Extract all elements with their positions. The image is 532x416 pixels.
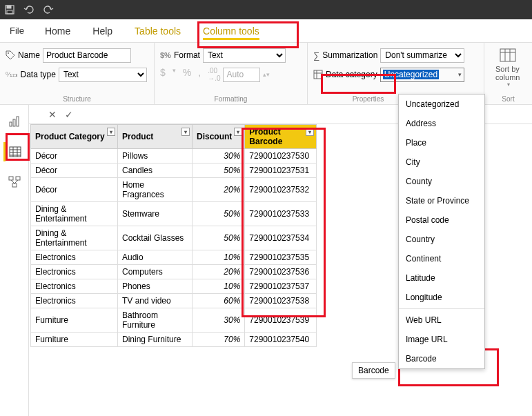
data-category-select[interactable]: Uncategorized ▾ <box>380 68 464 82</box>
filter-icon[interactable]: ▾ <box>107 128 115 136</box>
table-cell[interactable]: Stemware <box>118 202 193 226</box>
dropdown-item[interactable]: Longitude <box>399 288 484 307</box>
table-cell[interactable]: Bathroom Furniture <box>118 308 193 333</box>
table-row[interactable]: Dining & EntertainmentStemware50%7290010… <box>31 202 317 226</box>
table-row[interactable]: DécorHome Fragrances20%7290010237532 <box>31 178 317 202</box>
table-cell[interactable]: 7290010237534 <box>245 226 317 250</box>
table-cell[interactable]: 7290010237532 <box>245 178 317 202</box>
table-row[interactable]: ElectronicsTV and video60%7290010237538 <box>31 294 317 308</box>
table-cell[interactable]: 7290010237539 <box>245 308 317 333</box>
dropdown-item[interactable]: Place <box>399 133 484 152</box>
table-row[interactable]: Dining & EntertainmentCocktail Glasses50… <box>31 226 317 250</box>
table-cell[interactable]: Electronics <box>31 294 118 308</box>
table-cell[interactable]: 70% <box>193 333 245 347</box>
percent-button[interactable]: % <box>183 67 191 82</box>
dropdown-item[interactable]: Country <box>399 230 484 249</box>
column-header[interactable]: Discount▾ <box>193 125 245 149</box>
table-cell[interactable]: 20% <box>193 265 245 279</box>
table-cell[interactable]: Candles <box>118 164 193 178</box>
table-cell[interactable]: 10% <box>193 250 245 265</box>
comma-button[interactable]: , <box>198 67 201 82</box>
table-cell[interactable]: 10% <box>193 279 245 294</box>
table-row[interactable]: FurnitureBathroom Furniture30%7290010237… <box>31 308 317 333</box>
sort-by-column-button[interactable]: Sort by column ▾ <box>490 46 526 90</box>
currency-button[interactable]: $ <box>160 67 166 82</box>
save-icon[interactable] <box>4 4 15 15</box>
dropdown-item[interactable]: Uncategorized <box>399 95 484 114</box>
table-cell[interactable]: Audio <box>118 250 193 265</box>
table-cell[interactable]: 30% <box>193 149 245 164</box>
column-header[interactable]: Product Category▾ <box>31 125 118 149</box>
table-row[interactable]: DécorCandles50%7290010237531 <box>31 164 317 178</box>
dropdown-item[interactable]: Address <box>399 114 484 133</box>
name-input[interactable] <box>43 48 131 63</box>
dropdown-item[interactable]: Barcode <box>399 349 484 368</box>
table-row[interactable]: DécorPillows30%7290010237530 <box>31 149 317 164</box>
table-cell[interactable]: Décor <box>31 164 118 178</box>
datatype-select[interactable]: Text <box>59 68 147 82</box>
redo-icon[interactable] <box>43 4 54 15</box>
table-cell[interactable]: 7290010237533 <box>245 202 317 226</box>
dropdown-item[interactable]: Web URL <box>399 310 484 330</box>
cancel-formula-button[interactable]: ✕ <box>48 109 57 120</box>
table-cell[interactable]: 20% <box>193 178 245 202</box>
table-cell[interactable]: 7290010237530 <box>245 149 317 164</box>
table-cell[interactable]: 50% <box>193 164 245 178</box>
data-view-button[interactable] <box>3 142 23 161</box>
chevron-down-icon[interactable]: ▾ <box>173 67 176 82</box>
dropdown-item[interactable]: Postal code <box>399 210 484 230</box>
table-cell[interactable]: 50% <box>193 226 245 250</box>
table-row[interactable]: ElectronicsPhones10%7290010237537 <box>31 279 317 294</box>
dropdown-item[interactable]: Continent <box>399 249 484 268</box>
format-select[interactable]: Text <box>203 48 286 63</box>
report-view-button[interactable] <box>5 112 24 131</box>
menu-file[interactable]: File <box>0 26 34 36</box>
table-row[interactable]: ElectronicsAudio10%7290010237535 <box>31 250 317 265</box>
menu-help[interactable]: Help <box>81 19 124 43</box>
table-cell[interactable]: TV and video <box>118 294 193 308</box>
table-cell[interactable]: Décor <box>31 149 118 164</box>
summarization-select[interactable]: Don't summarize <box>380 48 464 63</box>
column-header[interactable]: Product Barcode▾ <box>245 125 317 149</box>
table-cell[interactable]: Furniture <box>31 308 118 333</box>
table-cell[interactable]: 50% <box>193 202 245 226</box>
dropdown-item[interactable]: County <box>399 172 484 191</box>
table-cell[interactable]: Dining & Entertainment <box>31 226 118 250</box>
dropdown-item[interactable]: Image URL <box>399 330 484 349</box>
table-cell[interactable]: 7290010237531 <box>245 164 317 178</box>
table-cell[interactable]: Computers <box>118 265 193 279</box>
table-cell[interactable]: 7290010237536 <box>245 265 317 279</box>
undo-icon[interactable] <box>23 4 35 15</box>
dropdown-item[interactable]: Latitude <box>399 268 484 288</box>
column-header[interactable]: Product▾ <box>118 125 193 149</box>
menu-column-tools[interactable]: Column tools <box>192 19 270 43</box>
model-view-button[interactable] <box>5 172 24 192</box>
commit-formula-button[interactable]: ✓ <box>65 109 73 120</box>
filter-icon[interactable]: ▾ <box>306 128 314 136</box>
table-cell[interactable]: 7290010237540 <box>245 333 317 347</box>
filter-icon[interactable]: ▾ <box>181 128 190 136</box>
table-cell[interactable]: Furniture <box>31 333 118 347</box>
data-category-dropdown[interactable]: UncategorizedAddressPlaceCityCountyState… <box>398 94 485 369</box>
table-cell[interactable]: Home Fragrances <box>118 178 193 202</box>
table-cell[interactable]: 7290010237537 <box>245 279 317 294</box>
table-cell[interactable]: 7290010237535 <box>245 250 317 265</box>
table-cell[interactable]: 30% <box>193 308 245 333</box>
table-cell[interactable]: Electronics <box>31 279 118 294</box>
table-cell[interactable]: Dining Furniture <box>118 333 193 347</box>
table-cell[interactable]: Electronics <box>31 250 118 265</box>
table-cell[interactable]: Cocktail Glasses <box>118 226 193 250</box>
dropdown-item[interactable]: City <box>399 152 484 172</box>
table-row[interactable]: FurnitureDining Furniture70%729001023754… <box>31 333 317 347</box>
table-cell[interactable]: Electronics <box>31 265 118 279</box>
table-cell[interactable]: Dining & Entertainment <box>31 202 118 226</box>
table-cell[interactable]: 7290010237538 <box>245 294 317 308</box>
table-cell[interactable]: Pillows <box>118 149 193 164</box>
filter-icon[interactable]: ▾ <box>234 128 242 136</box>
table-cell[interactable]: Phones <box>118 279 193 294</box>
dropdown-item[interactable]: State or Province <box>399 191 484 210</box>
menu-table-tools[interactable]: Table tools <box>124 19 192 43</box>
menu-home[interactable]: Home <box>34 19 81 43</box>
table-cell[interactable]: Décor <box>31 178 118 202</box>
table-row[interactable]: ElectronicsComputers20%7290010237536 <box>31 265 317 279</box>
